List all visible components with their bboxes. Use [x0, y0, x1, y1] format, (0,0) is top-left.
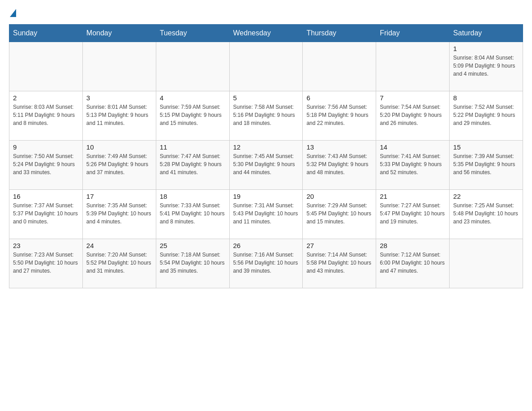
calendar-cell: 22Sunrise: 7:25 AM Sunset: 5:48 PM Dayli…: [450, 190, 523, 239]
day-info: Sunrise: 7:29 AM Sunset: 5:45 PM Dayligh…: [306, 201, 372, 226]
day-number: 22: [453, 193, 519, 200]
day-number: 20: [306, 193, 372, 200]
day-info: Sunrise: 7:16 AM Sunset: 5:56 PM Dayligh…: [233, 251, 299, 275]
day-number: 7: [380, 94, 446, 102]
day-number: 13: [306, 143, 372, 151]
day-number: 14: [380, 143, 446, 151]
calendar-week-row: 9Sunrise: 7:50 AM Sunset: 5:24 PM Daylig…: [9, 141, 523, 190]
calendar-cell: 3Sunrise: 8:01 AM Sunset: 5:13 PM Daylig…: [82, 91, 156, 141]
day-info: Sunrise: 7:43 AM Sunset: 5:32 PM Dayligh…: [306, 152, 372, 176]
calendar-cell: 10Sunrise: 7:49 AM Sunset: 5:26 PM Dayli…: [82, 141, 156, 190]
calendar-table: SundayMondayTuesdayWednesdayThursdayFrid…: [9, 24, 523, 288]
day-info: Sunrise: 7:27 AM Sunset: 5:47 PM Dayligh…: [380, 201, 446, 226]
day-number: 1: [453, 45, 519, 52]
day-info: Sunrise: 8:01 AM Sunset: 5:13 PM Dayligh…: [86, 103, 152, 127]
day-number: 26: [233, 242, 299, 249]
calendar-cell: 1Sunrise: 8:04 AM Sunset: 5:09 PM Daylig…: [450, 42, 523, 91]
day-number: 9: [13, 143, 79, 151]
day-number: 24: [86, 242, 152, 249]
day-info: Sunrise: 7:12 AM Sunset: 6:00 PM Dayligh…: [380, 251, 446, 275]
calendar-cell: [229, 42, 303, 91]
calendar-cell: 4Sunrise: 7:59 AM Sunset: 5:15 PM Daylig…: [156, 91, 229, 141]
day-info: Sunrise: 7:37 AM Sunset: 5:37 PM Dayligh…: [13, 201, 79, 226]
calendar-cell: 12Sunrise: 7:45 AM Sunset: 5:30 PM Dayli…: [229, 141, 303, 190]
day-info: Sunrise: 7:47 AM Sunset: 5:28 PM Dayligh…: [160, 152, 226, 176]
day-number: 12: [233, 143, 299, 151]
calendar-cell: [450, 239, 523, 288]
weekday-header-thursday: Thursday: [303, 25, 376, 42]
calendar-cell: 11Sunrise: 7:47 AM Sunset: 5:28 PM Dayli…: [156, 141, 229, 190]
day-number: 15: [453, 143, 519, 151]
day-info: Sunrise: 7:18 AM Sunset: 5:54 PM Dayligh…: [160, 251, 226, 275]
calendar-cell: 9Sunrise: 7:50 AM Sunset: 5:24 PM Daylig…: [9, 141, 83, 190]
weekday-header-sunday: Sunday: [9, 25, 83, 42]
day-info: Sunrise: 7:45 AM Sunset: 5:30 PM Dayligh…: [233, 152, 299, 176]
calendar-cell: 14Sunrise: 7:41 AM Sunset: 5:33 PM Dayli…: [376, 141, 450, 190]
day-number: 19: [233, 193, 299, 200]
day-info: Sunrise: 7:41 AM Sunset: 5:33 PM Dayligh…: [380, 152, 446, 176]
calendar-body: 1Sunrise: 8:04 AM Sunset: 5:09 PM Daylig…: [9, 42, 523, 288]
day-number: 3: [86, 94, 152, 102]
calendar-week-row: 23Sunrise: 7:23 AM Sunset: 5:50 PM Dayli…: [9, 239, 523, 288]
calendar-cell: 15Sunrise: 7:39 AM Sunset: 5:35 PM Dayli…: [450, 141, 523, 190]
calendar-cell: 23Sunrise: 7:23 AM Sunset: 5:50 PM Dayli…: [9, 239, 83, 288]
weekday-header-monday: Monday: [82, 25, 156, 42]
calendar-cell: 13Sunrise: 7:43 AM Sunset: 5:32 PM Dayli…: [303, 141, 376, 190]
day-info: Sunrise: 7:56 AM Sunset: 5:18 PM Dayligh…: [306, 103, 372, 127]
day-info: Sunrise: 7:49 AM Sunset: 5:26 PM Dayligh…: [86, 152, 152, 176]
calendar-cell: 6Sunrise: 7:56 AM Sunset: 5:18 PM Daylig…: [303, 91, 376, 141]
day-info: Sunrise: 7:54 AM Sunset: 5:20 PM Dayligh…: [380, 103, 446, 127]
calendar-week-row: 2Sunrise: 8:03 AM Sunset: 5:11 PM Daylig…: [9, 91, 523, 141]
calendar-cell: 21Sunrise: 7:27 AM Sunset: 5:47 PM Dayli…: [376, 190, 450, 239]
day-info: Sunrise: 7:59 AM Sunset: 5:15 PM Dayligh…: [160, 103, 226, 127]
day-info: Sunrise: 8:03 AM Sunset: 5:11 PM Dayligh…: [13, 103, 79, 127]
calendar-cell: [82, 42, 156, 91]
weekday-header-tuesday: Tuesday: [156, 25, 229, 42]
calendar-cell: [376, 42, 450, 91]
day-number: 16: [13, 193, 79, 200]
day-number: 11: [160, 143, 226, 151]
day-info: Sunrise: 7:52 AM Sunset: 5:22 PM Dayligh…: [453, 103, 519, 127]
day-number: 17: [86, 193, 152, 200]
calendar-cell: [9, 42, 83, 91]
calendar-cell: 5Sunrise: 7:58 AM Sunset: 5:16 PM Daylig…: [229, 91, 303, 141]
day-number: 8: [453, 94, 519, 102]
logo: [9, 9, 16, 17]
calendar-week-row: 1Sunrise: 8:04 AM Sunset: 5:09 PM Daylig…: [9, 42, 523, 91]
day-number: 18: [160, 193, 226, 200]
day-info: Sunrise: 7:25 AM Sunset: 5:48 PM Dayligh…: [453, 201, 519, 226]
weekday-header-row: SundayMondayTuesdayWednesdayThursdayFrid…: [9, 25, 523, 42]
weekday-header-saturday: Saturday: [450, 25, 523, 42]
day-number: 25: [160, 242, 226, 249]
day-number: 28: [380, 242, 446, 249]
calendar-cell: 24Sunrise: 7:20 AM Sunset: 5:52 PM Dayli…: [82, 239, 156, 288]
logo-triangle-icon: [10, 9, 16, 17]
calendar-cell: 28Sunrise: 7:12 AM Sunset: 6:00 PM Dayli…: [376, 239, 450, 288]
day-number: 6: [306, 94, 372, 102]
calendar-cell: 26Sunrise: 7:16 AM Sunset: 5:56 PM Dayli…: [229, 239, 303, 288]
day-info: Sunrise: 7:23 AM Sunset: 5:50 PM Dayligh…: [13, 251, 79, 275]
calendar-cell: [156, 42, 229, 91]
calendar-cell: 8Sunrise: 7:52 AM Sunset: 5:22 PM Daylig…: [450, 91, 523, 141]
day-info: Sunrise: 7:50 AM Sunset: 5:24 PM Dayligh…: [13, 152, 79, 176]
calendar-header: SundayMondayTuesdayWednesdayThursdayFrid…: [9, 25, 523, 42]
calendar-cell: 2Sunrise: 8:03 AM Sunset: 5:11 PM Daylig…: [9, 91, 83, 141]
day-number: 21: [380, 193, 446, 200]
day-info: Sunrise: 7:31 AM Sunset: 5:43 PM Dayligh…: [233, 201, 299, 226]
day-number: 23: [13, 242, 79, 249]
day-info: Sunrise: 7:14 AM Sunset: 5:58 PM Dayligh…: [306, 251, 372, 275]
day-info: Sunrise: 7:20 AM Sunset: 5:52 PM Dayligh…: [86, 251, 152, 275]
day-info: Sunrise: 7:33 AM Sunset: 5:41 PM Dayligh…: [160, 201, 226, 226]
day-info: Sunrise: 7:58 AM Sunset: 5:16 PM Dayligh…: [233, 103, 299, 127]
calendar-cell: 20Sunrise: 7:29 AM Sunset: 5:45 PM Dayli…: [303, 190, 376, 239]
calendar-cell: 16Sunrise: 7:37 AM Sunset: 5:37 PM Dayli…: [9, 190, 83, 239]
calendar-cell: 18Sunrise: 7:33 AM Sunset: 5:41 PM Dayli…: [156, 190, 229, 239]
page-header: [9, 9, 523, 17]
day-number: 5: [233, 94, 299, 102]
calendar-week-row: 16Sunrise: 7:37 AM Sunset: 5:37 PM Dayli…: [9, 190, 523, 239]
calendar-cell: 19Sunrise: 7:31 AM Sunset: 5:43 PM Dayli…: [229, 190, 303, 239]
day-number: 2: [13, 94, 79, 102]
day-number: 4: [160, 94, 226, 102]
calendar-cell: 25Sunrise: 7:18 AM Sunset: 5:54 PM Dayli…: [156, 239, 229, 288]
calendar-cell: [303, 42, 376, 91]
